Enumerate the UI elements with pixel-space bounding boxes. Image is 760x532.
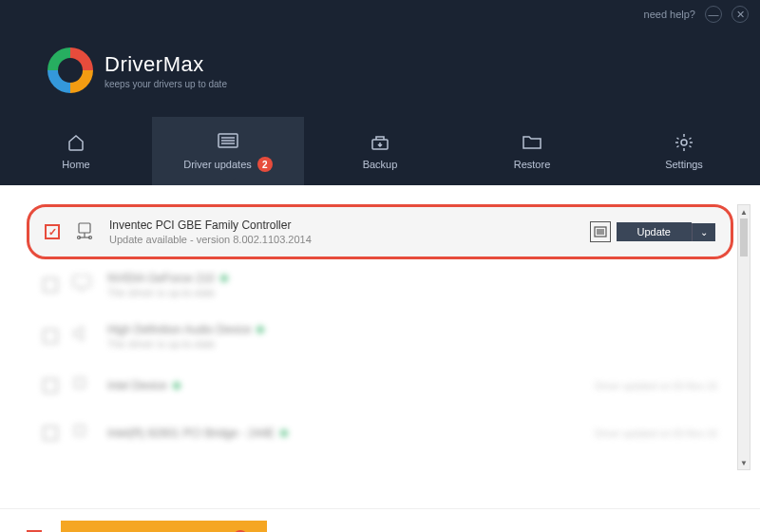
device-checkbox[interactable] [43, 378, 58, 393]
minimize-button[interactable]: — [705, 6, 722, 23]
nav-restore[interactable]: Restore [456, 117, 608, 185]
nav-label: Driver updates [183, 159, 252, 170]
svg-rect-17 [75, 378, 85, 388]
nav-label: Home [62, 159, 89, 170]
brand-text: DriverMax keeps your drivers up to date [104, 52, 227, 89]
list-icon [218, 130, 238, 151]
svg-rect-6 [79, 223, 90, 233]
device-name: Inventec PCI GBE Family Controller [109, 218, 577, 232]
status-dot-icon [280, 429, 288, 437]
nav-label: Settings [665, 159, 703, 170]
device-row[interactable]: NVIDIA GeForce 210 The driver is up-to-d… [27, 259, 733, 311]
chip-icon [71, 374, 94, 397]
status-dot-icon [173, 382, 180, 390]
folder-icon [522, 132, 542, 153]
nav-backup[interactable]: Backup [304, 117, 456, 185]
device-row[interactable]: High Definition Audio Device The driver … [27, 311, 733, 362]
footer-bar: DOWNLOAD AND INSTALL 2 [0, 508, 760, 532]
nav-label: Restore [514, 159, 551, 170]
home-icon [66, 132, 86, 153]
update-button[interactable]: Update [617, 222, 692, 241]
device-info: Inventec PCI GBE Family Controller Updat… [109, 218, 577, 245]
chip-icon [71, 422, 94, 445]
monitor-icon [71, 274, 94, 296]
status-dot-icon [256, 326, 264, 333]
nav-settings[interactable]: Settings [608, 117, 760, 185]
scrollbar-up-icon[interactable]: ▲ [738, 205, 750, 218]
status-dot-icon [220, 275, 228, 282]
audio-icon [71, 325, 94, 348]
network-adapter-icon [73, 220, 96, 243]
device-status: Update available - version 8.002.1103.20… [109, 234, 577, 245]
main-nav: Home Driver updates 2 Backup Restore Set… [0, 117, 760, 185]
close-button[interactable]: ✕ [732, 6, 749, 23]
device-checkbox[interactable] [43, 329, 58, 344]
backup-icon [370, 132, 390, 153]
device-row[interactable]: Intel(R) 82801 PCI Bridge - 244E Driver … [27, 409, 733, 457]
nav-home[interactable]: Home [0, 117, 152, 185]
nav-label: Backup [363, 159, 398, 170]
app-logo-icon [48, 48, 93, 93]
device-list: Inventec PCI GBE Family Controller Updat… [0, 185, 760, 508]
app-title: DriverMax [104, 52, 227, 77]
download-install-button[interactable]: DOWNLOAD AND INSTALL 2 [61, 521, 267, 532]
help-link[interactable]: need help? [644, 9, 695, 20]
app-subtitle: keeps your drivers up to date [104, 79, 227, 89]
scrollbar-thumb[interactable] [740, 218, 748, 256]
device-row-highlighted[interactable]: Inventec PCI GBE Family Controller Updat… [27, 204, 733, 259]
scrollbar-down-icon[interactable]: ▼ [738, 456, 750, 469]
svg-rect-18 [75, 426, 85, 435]
gear-icon [674, 132, 694, 153]
app-header: DriverMax keeps your drivers up to date [0, 28, 760, 103]
update-button-group: Update ⌄ [590, 221, 715, 242]
device-checkbox[interactable] [43, 426, 58, 441]
nav-driver-updates[interactable]: Driver updates 2 [152, 117, 304, 185]
details-icon[interactable] [590, 221, 611, 242]
window-topbar: need help? — ✕ [0, 0, 760, 28]
device-checkbox[interactable] [43, 277, 58, 293]
svg-rect-15 [73, 276, 90, 287]
scrollbar[interactable]: ▲ ▼ [737, 204, 750, 470]
device-row[interactable]: Intel Device Driver updated on 03-Nov-16 [27, 362, 733, 409]
device-checkbox[interactable] [45, 224, 60, 239]
update-dropdown[interactable]: ⌄ [692, 223, 715, 241]
svg-point-5 [681, 140, 687, 145]
updates-badge: 2 [257, 157, 273, 172]
